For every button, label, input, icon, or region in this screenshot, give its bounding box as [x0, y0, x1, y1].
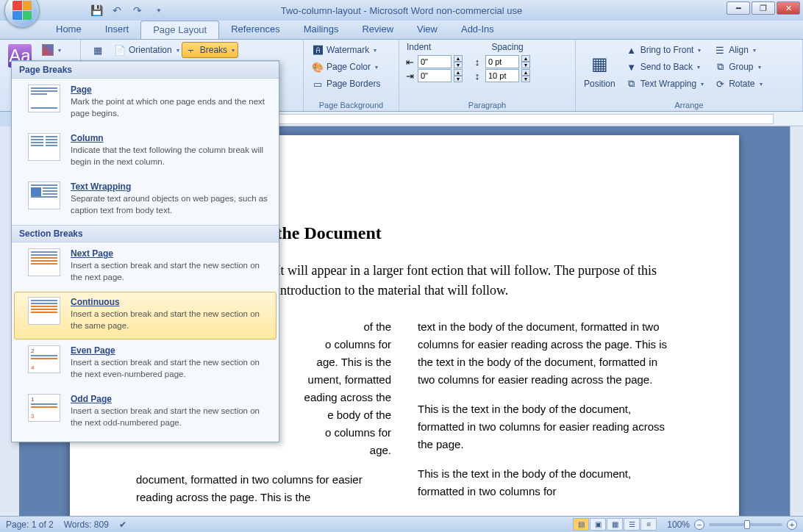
send-to-back-button[interactable]: ▼Send to Back▾: [622, 59, 707, 75]
zoom-slider[interactable]: [709, 523, 782, 526]
margins-icon: ▦: [92, 44, 104, 56]
save-icon[interactable]: 💾: [88, 2, 104, 18]
undo-icon[interactable]: ↶: [109, 2, 125, 18]
wrap-icon: ⧉: [626, 78, 638, 90]
column-right: text in the body of the document, format…: [418, 318, 673, 506]
space-after-down[interactable]: ▼: [521, 76, 530, 82]
zoom-in-button[interactable]: +: [787, 520, 797, 530]
margins-button[interactable]: ▦: [88, 42, 107, 58]
ribbon-tabs: Home Insert Page Layout References Maili…: [0, 21, 803, 40]
tab-mailings[interactable]: Mailings: [292, 21, 351, 39]
break-next-page[interactable]: Next PageInsert a section break and star…: [14, 243, 276, 291]
space-before-icon: ↕: [471, 56, 483, 68]
break-page[interactable]: PageMark the point at which one page end…: [14, 79, 276, 127]
qat-customize[interactable]: ▼: [150, 2, 166, 18]
office-logo-icon: [13, 1, 32, 20]
maximize-button[interactable]: ❐: [752, 1, 775, 15]
align-button[interactable]: ☰Align▾: [710, 42, 765, 58]
continuous-icon: [28, 297, 60, 325]
tab-review[interactable]: Review: [350, 21, 405, 39]
position-icon: ▦: [588, 52, 611, 76]
group-label-page-bg: Page Background: [308, 99, 394, 109]
rotate-button[interactable]: ⟳Rotate▾: [710, 76, 765, 92]
view-full-screen[interactable]: ▣: [590, 518, 606, 531]
indent-right-icon: ⇥: [404, 70, 415, 82]
breaks-dropdown: Page Breaks PageMark the point at which …: [11, 60, 279, 442]
even-page-icon: 24: [28, 345, 60, 373]
view-print-layout[interactable]: ▤: [573, 518, 589, 531]
text-wrapping-button[interactable]: ⧉Text Wrapping▾: [622, 76, 707, 92]
group-button[interactable]: ⧉Group▾: [710, 59, 765, 75]
back-icon: ▼: [626, 61, 638, 73]
view-outline[interactable]: ☰: [624, 518, 640, 531]
indent-left-icon: ⇤: [404, 56, 415, 68]
front-icon: ▲: [626, 44, 638, 56]
tab-home[interactable]: Home: [44, 21, 93, 39]
minimize-button[interactable]: ━: [727, 1, 750, 15]
window-title: Two-column-layout - Microsoft Word non-c…: [281, 5, 522, 16]
watermark-icon: 🅰: [312, 44, 324, 56]
text-wrap-break-icon: [28, 181, 60, 209]
view-draft[interactable]: ≡: [640, 518, 657, 531]
group-label-arrange: Arrange: [580, 99, 798, 109]
status-words[interactable]: Words: 809: [64, 520, 109, 530]
break-column[interactable]: ColumnIndicate that the text following t…: [14, 128, 276, 176]
align-icon: ☰: [714, 44, 726, 56]
indent-right-down[interactable]: ▼: [454, 76, 463, 82]
indent-left-input[interactable]: [418, 55, 452, 68]
space-before-down[interactable]: ▼: [521, 62, 530, 68]
space-before-input[interactable]: [485, 55, 519, 68]
column-break-icon: [28, 133, 60, 161]
page-color-button[interactable]: 🎨Page Color▾: [308, 59, 384, 75]
next-page-icon: [28, 248, 60, 276]
theme-colors[interactable]: ▾: [38, 42, 65, 58]
tab-view[interactable]: View: [405, 21, 449, 39]
zoom-out-button[interactable]: −: [694, 520, 704, 530]
group-label-paragraph: Paragraph: [404, 99, 571, 109]
break-even-page[interactable]: 24 Even PageInsert a section break and s…: [14, 340, 276, 388]
indent-left-up[interactable]: ▲: [454, 55, 463, 62]
position-button[interactable]: ▦Position: [580, 50, 619, 91]
page-break-icon: [28, 85, 60, 112]
tab-add-ins[interactable]: Add-Ins: [449, 21, 506, 39]
zoom-thumb[interactable]: [744, 520, 750, 529]
tab-references[interactable]: References: [219, 21, 291, 39]
breaks-button[interactable]: ⫟Breaks▾: [182, 42, 238, 58]
close-button[interactable]: ✕: [777, 1, 800, 15]
indent-left-down[interactable]: ▼: [454, 62, 463, 68]
proofing-icon[interactable]: ✔: [119, 520, 126, 530]
group-icon: ⧉: [714, 61, 726, 73]
indent-label: Indent: [407, 42, 431, 52]
page-borders-icon: ▭: [312, 78, 324, 90]
page-color-icon: 🎨: [312, 61, 324, 73]
space-after-up[interactable]: ▲: [521, 69, 530, 76]
tab-insert[interactable]: Insert: [93, 21, 141, 39]
colors-icon: [42, 44, 54, 56]
section-breaks-header: Section Breaks: [12, 225, 279, 242]
break-text-wrapping[interactable]: Text WrappingSeparate text around object…: [14, 176, 276, 224]
space-after-icon: ↕: [471, 70, 483, 82]
space-before-up[interactable]: ▲: [521, 55, 530, 62]
break-odd-page[interactable]: 13 Odd PageInsert a section break and st…: [14, 389, 276, 436]
bring-to-front-button[interactable]: ▲Bring to Front▾: [622, 42, 707, 58]
vertical-scrollbar[interactable]: [790, 126, 803, 516]
page-borders-button[interactable]: ▭Page Borders: [308, 76, 384, 92]
breaks-icon: ⫟: [185, 44, 197, 56]
zoom-level[interactable]: 100%: [667, 520, 690, 530]
odd-page-icon: 13: [28, 394, 60, 422]
status-page[interactable]: Page: 1 of 2: [6, 520, 54, 530]
watermark-button[interactable]: 🅰Watermark▾: [308, 42, 384, 58]
break-continuous[interactable]: ContinuousInsert a section break and sta…: [14, 292, 276, 339]
page-breaks-header: Page Breaks: [12, 61, 279, 79]
indent-right-up[interactable]: ▲: [454, 69, 463, 76]
view-web-layout[interactable]: ▦: [607, 518, 623, 531]
indent-right-input[interactable]: [418, 69, 452, 82]
spacing-label: Spacing: [491, 42, 523, 52]
orientation-button[interactable]: 📄Orientation▾: [110, 42, 183, 58]
redo-icon[interactable]: ↷: [129, 2, 146, 18]
rotate-icon: ⟳: [714, 78, 726, 90]
space-after-input[interactable]: [485, 69, 519, 82]
orientation-icon: 📄: [114, 44, 126, 56]
tab-page-layout[interactable]: Page Layout: [140, 21, 219, 39]
